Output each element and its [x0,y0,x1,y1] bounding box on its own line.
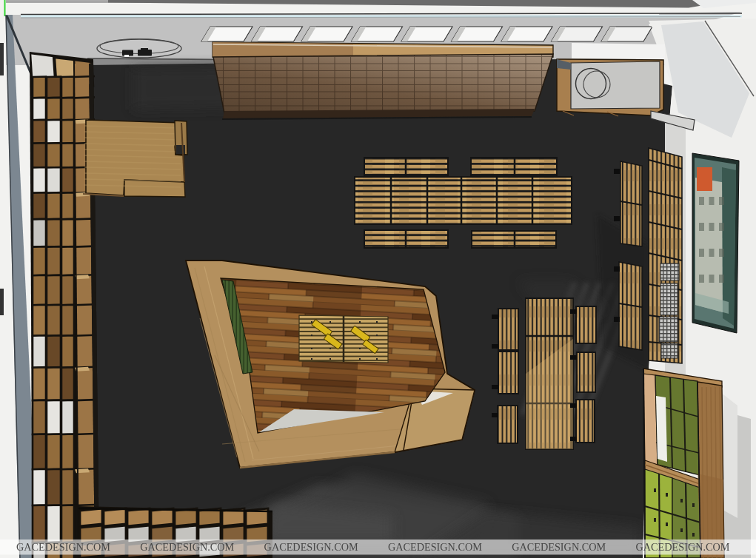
svg-text:GACEDESIGN.COM: GACEDESIGN.COM [140,541,234,553]
svg-text:GACEDESIGN.COM: GACEDESIGN.COM [512,541,606,553]
svg-text:GACEDESIGN.COM: GACEDESIGN.COM [388,541,482,553]
svg-text:GACEDESIGN.COM: GACEDESIGN.COM [16,541,110,553]
svg-text:GACEDESIGN.COM: GACEDESIGN.COM [636,541,730,553]
svg-text:GACEDESIGN.COM: GACEDESIGN.COM [264,541,358,553]
